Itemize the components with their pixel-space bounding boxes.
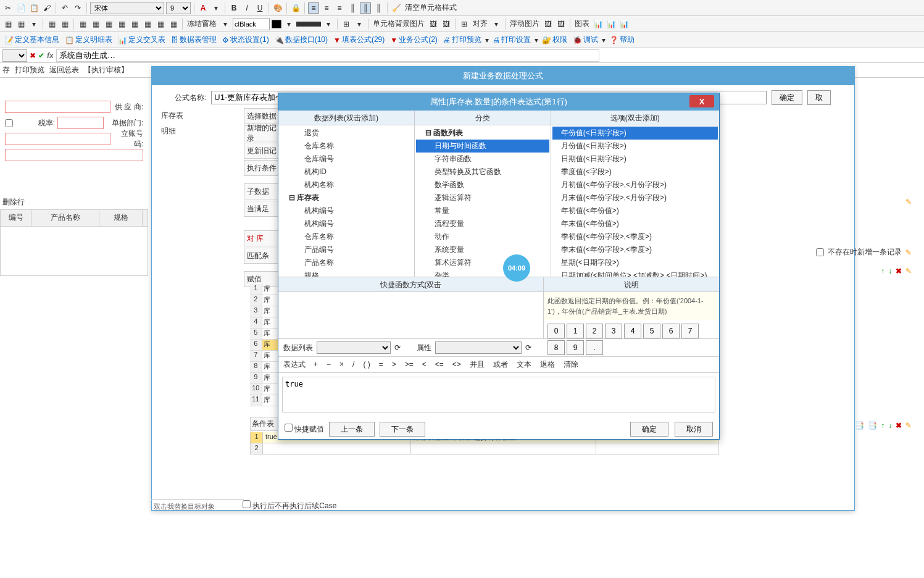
def-cross-button[interactable]: 📊定义交叉表 (116, 35, 167, 45)
align-center-icon[interactable]: ≡ (321, 2, 332, 14)
font-color-icon[interactable]: A (198, 2, 209, 14)
underline-icon[interactable]: U (254, 2, 265, 14)
detail-item[interactable]: 明细 (156, 124, 243, 139)
arrow-down-icon[interactable]: ↓ (888, 267, 892, 275)
data-mgmt-button[interactable]: 🗄数据表管理 (169, 35, 219, 45)
cancel-button[interactable]: 取消 (675, 422, 713, 437)
field-4[interactable] (5, 149, 143, 161)
icon-b[interactable]: 📑 (868, 421, 877, 430)
quick-assign-check[interactable]: 快捷赋值 (285, 424, 324, 435)
op-btn[interactable]: + (312, 360, 320, 369)
exec-cond[interactable]: 执行条件 (244, 160, 281, 176)
align-left-icon[interactable]: ≡ (308, 2, 319, 14)
delete-row-button[interactable]: 删除行 (2, 197, 25, 207)
debug-button[interactable]: 🐞调试 (571, 35, 600, 45)
img-icon-3[interactable]: 🖼 (543, 19, 554, 30)
arrow-up-icon[interactable]: ↑ (881, 421, 884, 430)
dropdown-icon[interactable]: ▾ (210, 2, 222, 14)
delete-icon[interactable]: ✖ (896, 267, 902, 275)
op-btn[interactable]: / (351, 360, 356, 369)
redo-icon[interactable]: ↷ (72, 2, 83, 14)
chart-icon-1[interactable]: 📊 (593, 19, 604, 30)
tb2-icon-2[interactable]: ▦ (15, 19, 27, 30)
close-button[interactable]: X (689, 95, 714, 107)
op-btn[interactable]: 或者 (491, 360, 510, 369)
icon-a[interactable]: 📑 (855, 421, 864, 430)
inventory-item[interactable]: 库存表 (156, 108, 243, 124)
refresh-icon-1[interactable]: ⟳ (394, 343, 401, 352)
border-icon[interactable]: ⊞ (341, 19, 352, 30)
expression-input[interactable] (282, 377, 715, 413)
edit-icon[interactable]: ✎ (905, 267, 912, 275)
chart-icon-2[interactable]: 📊 (606, 19, 617, 30)
italic-icon[interactable]: I (241, 2, 252, 14)
def-basic-button[interactable]: 📝定义基本信息 (2, 35, 61, 45)
op-btn[interactable]: > (390, 360, 398, 369)
help-button[interactable]: ❓帮助 (607, 35, 636, 45)
tb2-icon-5[interactable]: ▦ (59, 19, 70, 30)
lock-icon[interactable]: 🔒 (290, 2, 301, 14)
field-1[interactable] (5, 101, 110, 113)
img-icon-4[interactable]: 🖼 (556, 19, 567, 30)
copy-icon[interactable]: 📄 (15, 2, 27, 14)
print-preview-button[interactable]: 🖨打印预览 (441, 35, 483, 45)
chart-icon-3[interactable]: 📊 (618, 19, 630, 30)
key-0[interactable]: 0 (547, 324, 565, 338)
key-7[interactable]: 7 (681, 324, 699, 338)
ok-button[interactable]: 确定 (630, 422, 668, 437)
align-right-icon[interactable]: ≡ (334, 2, 345, 14)
key-4[interactable]: 4 (624, 324, 641, 338)
cell-ref-select[interactable] (2, 49, 27, 62)
freeze-panes-label[interactable]: 冻结窗格 (186, 19, 218, 29)
cell-bg-label[interactable]: 单元格背景图片 (372, 19, 426, 29)
prev-button[interactable]: 上一条 (329, 422, 375, 437)
img-icon-2[interactable]: 🖼 (441, 19, 452, 30)
tb2-icon-3[interactable]: ▾ (28, 19, 40, 30)
img-icon-1[interactable]: 🖼 (428, 19, 439, 30)
align-label[interactable]: 对齐 (472, 19, 489, 29)
bold-icon[interactable]: B (228, 2, 239, 14)
op-btn[interactable]: < (420, 360, 428, 369)
clear-icon[interactable]: 🧹 (391, 2, 402, 14)
target[interactable]: 对 库 (244, 230, 281, 246)
exec-audit-label[interactable]: 【执行审核】 (84, 65, 128, 75)
op-btn[interactable]: 文本 (515, 360, 533, 369)
grid-body[interactable] (0, 227, 148, 276)
delete-icon[interactable]: ✖ (896, 421, 902, 430)
options-tree[interactable]: 年份值(<日期字段>)月份值(<日期字段>)日期值(<日期字段>)季度值(<字段… (551, 125, 719, 277)
when-match[interactable]: 当满足 (244, 201, 281, 217)
tb2-icon-7[interactable]: ▦ (90, 19, 101, 30)
paste-icon[interactable]: 📋 (28, 2, 40, 14)
tb2-icon-6[interactable]: ▦ (77, 19, 88, 30)
undo-icon[interactable]: ↶ (59, 2, 70, 14)
sub-data[interactable]: 子数据 (244, 183, 281, 199)
key-6[interactable]: 6 (662, 324, 680, 338)
data-col-select[interactable] (317, 341, 391, 354)
confirm-button[interactable]: 确定 (772, 90, 802, 105)
no-create-checkbox[interactable] (816, 248, 824, 256)
dropdown-icon[interactable]: ▾ (323, 19, 334, 30)
biz-formula-button[interactable]: ▼业务公式(2) (388, 35, 439, 45)
tb2-icon-11[interactable]: ▦ (142, 19, 153, 30)
op-btn[interactable]: 清除 (562, 360, 580, 369)
save-label[interactable]: 存 (2, 65, 10, 75)
dropdown-icon[interactable]: ▾ (354, 19, 365, 30)
return-summary-label[interactable]: 返回总表 (49, 65, 79, 75)
fill-formula-button[interactable]: ▼填表公式(29) (331, 35, 386, 45)
key-1[interactable]: 1 (567, 324, 584, 338)
tb2-icon-4[interactable]: ▦ (46, 19, 57, 30)
attr-select[interactable] (435, 341, 522, 354)
color-swatch[interactable] (272, 20, 281, 28)
dropdown-icon[interactable]: ▾ (491, 19, 502, 30)
field-3[interactable] (5, 133, 110, 145)
chart-label[interactable]: 图表 (573, 19, 591, 29)
key-5[interactable]: 5 (643, 324, 660, 338)
op-btn[interactable]: >= (403, 360, 415, 369)
align-v1-icon[interactable]: ║ (347, 2, 358, 14)
tb2-icon-8[interactable]: ▦ (103, 19, 114, 30)
cancel-button[interactable]: 取 (807, 90, 831, 105)
font-size-select[interactable]: 9 (166, 2, 191, 14)
data-list-tree[interactable]: 退货仓库名称仓库编号机构ID机构名称⊟库存表机构编号机构编号仓库名称产品编号产品… (278, 125, 414, 277)
tb2-icon-13[interactable]: ▦ (168, 19, 179, 30)
op-btn[interactable]: − (325, 360, 333, 369)
